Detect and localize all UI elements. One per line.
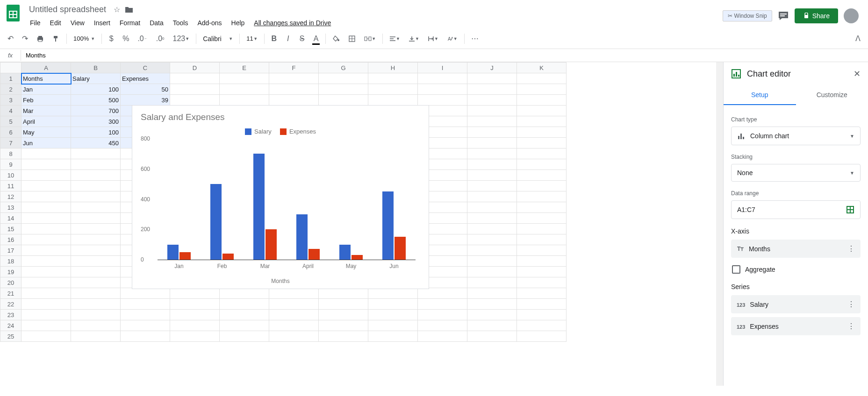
vertical-align-button[interactable]: ▼: [405, 33, 423, 45]
italic-button[interactable]: I: [281, 32, 294, 46]
more-vert-icon[interactable]: ⋮: [847, 300, 855, 309]
cell[interactable]: May: [22, 127, 71, 138]
cell[interactable]: [71, 320, 121, 331]
embedded-chart[interactable]: Salary and Expenses Salary Expenses 0200…: [132, 105, 429, 289]
cell[interactable]: [517, 299, 567, 310]
row-header[interactable]: 25: [0, 331, 22, 342]
cell[interactable]: 450: [71, 138, 121, 148]
cell[interactable]: [71, 267, 121, 277]
cell[interactable]: [22, 148, 71, 159]
cell[interactable]: [71, 148, 121, 159]
menu-data[interactable]: Data: [146, 17, 167, 28]
cell[interactable]: [319, 73, 368, 84]
column-header[interactable]: B: [71, 63, 121, 73]
cell[interactable]: 700: [71, 106, 121, 116]
cell[interactable]: [517, 116, 567, 127]
cell[interactable]: [418, 84, 467, 95]
cell[interactable]: [71, 331, 121, 342]
cell[interactable]: Jun: [22, 138, 71, 148]
cell[interactable]: [269, 73, 319, 84]
cell[interactable]: [71, 181, 121, 191]
row-header[interactable]: 2: [0, 84, 22, 95]
row-header[interactable]: 5: [0, 116, 22, 127]
row-header[interactable]: 21: [0, 288, 22, 299]
cell[interactable]: [71, 213, 121, 224]
row-header[interactable]: 24: [0, 320, 22, 331]
borders-button[interactable]: [344, 32, 359, 45]
cell[interactable]: 100: [71, 127, 121, 138]
cell[interactable]: [517, 331, 567, 342]
data-range-input[interactable]: A1:C7: [731, 200, 861, 219]
more-vert-icon[interactable]: ⋮: [847, 244, 855, 253]
document-title[interactable]: Untitled spreadsheet: [26, 4, 109, 15]
cell[interactable]: [170, 84, 220, 95]
row-header[interactable]: 16: [0, 234, 22, 245]
cell[interactable]: [170, 95, 220, 106]
cell[interactable]: [22, 202, 71, 213]
cell[interactable]: 300: [71, 116, 121, 127]
cell[interactable]: [368, 320, 418, 331]
cell[interactable]: [517, 202, 567, 213]
paint-format-button[interactable]: [49, 32, 64, 45]
row-header[interactable]: 3: [0, 95, 22, 106]
print-button[interactable]: [33, 32, 48, 45]
row-header[interactable]: 7: [0, 138, 22, 148]
cell[interactable]: [517, 288, 567, 299]
cell[interactable]: [170, 331, 220, 342]
cell[interactable]: [517, 256, 567, 267]
cell[interactable]: [517, 106, 567, 116]
cell[interactable]: [517, 224, 567, 234]
cell[interactable]: [517, 245, 567, 256]
cell[interactable]: Mar: [22, 106, 71, 116]
cell[interactable]: [22, 191, 71, 202]
column-header[interactable]: F: [269, 63, 319, 73]
column-header[interactable]: C: [121, 63, 170, 73]
menu-format[interactable]: Format: [116, 17, 144, 28]
cell[interactable]: [517, 234, 567, 245]
cell[interactable]: [170, 299, 220, 310]
cell[interactable]: [71, 202, 121, 213]
cell[interactable]: [517, 191, 567, 202]
cell[interactable]: [467, 181, 517, 191]
cell[interactable]: [517, 148, 567, 159]
cell[interactable]: Months: [22, 73, 71, 84]
move-folder-icon[interactable]: [125, 6, 133, 13]
cell[interactable]: [220, 320, 269, 331]
decrease-decimal-button[interactable]: .0←: [134, 32, 151, 46]
share-button[interactable]: Share: [795, 8, 838, 23]
cell[interactable]: [269, 320, 319, 331]
column-header[interactable]: E: [220, 63, 269, 73]
cell[interactable]: [517, 159, 567, 170]
cell[interactable]: Jan: [22, 84, 71, 95]
cell[interactable]: [71, 299, 121, 310]
fill-color-button[interactable]: [329, 32, 344, 45]
cell[interactable]: [71, 191, 121, 202]
merge-cells-button[interactable]: ▼: [360, 32, 380, 45]
cell[interactable]: [467, 256, 517, 267]
column-header[interactable]: H: [368, 63, 418, 73]
cell[interactable]: [220, 299, 269, 310]
series-expenses-chip[interactable]: 123 Expenses ⋮: [731, 317, 861, 335]
collapse-toolbar-button[interactable]: ᐱ: [851, 31, 864, 46]
cell[interactable]: [71, 159, 121, 170]
cell[interactable]: [22, 213, 71, 224]
menu-insert[interactable]: Insert: [90, 17, 114, 28]
cell[interactable]: [467, 127, 517, 138]
cell[interactable]: [368, 84, 418, 95]
row-header[interactable]: 11: [0, 181, 22, 191]
column-header[interactable]: K: [517, 63, 567, 73]
cell[interactable]: [418, 331, 467, 342]
more-formats-button[interactable]: 123▼: [169, 32, 194, 46]
bold-button[interactable]: B: [267, 32, 280, 46]
row-header[interactable]: 17: [0, 245, 22, 256]
cell[interactable]: [170, 310, 220, 320]
cell[interactable]: [517, 84, 567, 95]
cell[interactable]: 500: [71, 95, 121, 106]
menu-view[interactable]: View: [67, 17, 88, 28]
cell[interactable]: [467, 170, 517, 181]
cell[interactable]: [418, 310, 467, 320]
cell[interactable]: [517, 95, 567, 106]
cell[interactable]: [269, 95, 319, 106]
cell[interactable]: [517, 181, 567, 191]
cell[interactable]: [418, 299, 467, 310]
